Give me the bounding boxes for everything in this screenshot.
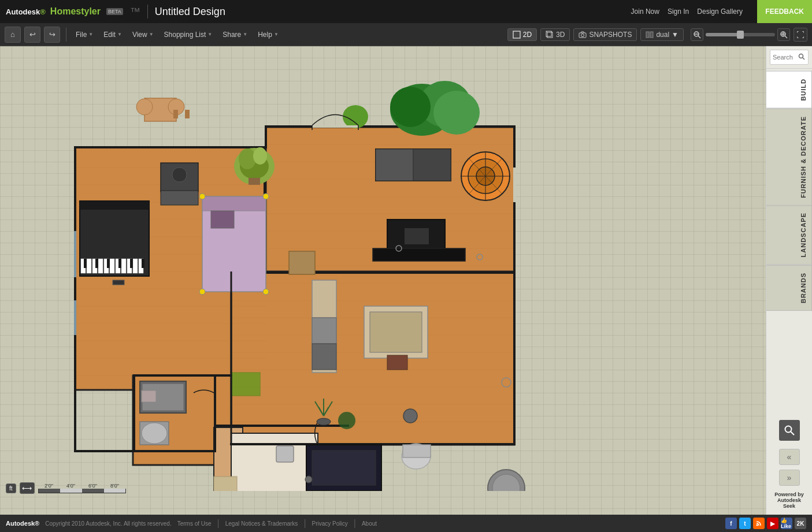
share-menu[interactable]: Share ▼ [219,28,251,41]
sign-in-link[interactable]: Sign In [668,8,689,16]
svg-rect-95 [142,259,144,268]
tab-build[interactable]: BUILD [766,71,812,109]
scale-mark-4: 8'0" [104,483,126,489]
home-button[interactable]: ⌂ [5,27,21,43]
svg-point-103 [253,147,267,165]
zoom-out-button[interactable] [691,28,703,41]
sidebar-bottom-area: « » Powered by Autodesk Seek [766,444,812,515]
svg-point-127 [403,409,417,423]
view-label: View [132,31,147,39]
shopping-list-label: Shopping List [164,31,206,39]
3d-icon [546,31,554,39]
edit-menu[interactable]: Edit ▼ [100,28,125,41]
rss-icon[interactable] [753,518,765,529]
svg-point-171 [785,426,791,433]
social-icons: f t ▶ 👍 Like 2K [725,518,806,529]
svg-rect-150 [231,373,260,396]
design-gallery-link[interactable]: Design Gallery [697,8,743,16]
help-label: Help [258,31,272,39]
svg-rect-54 [74,146,76,452]
svg-point-102 [239,148,256,169]
svg-rect-58 [265,125,267,146]
beta-badge: BETA [106,8,123,15]
top-right-nav: Join Now Sign In Design Gallery [631,0,743,23]
3d-label: 3D [556,31,565,39]
file-label: File [76,31,87,39]
rss-svg [756,520,762,526]
svg-rect-0 [513,31,520,38]
svg-rect-78 [80,201,149,210]
logo-area: Autodesk® Homestyler BETA ™ [6,6,140,18]
svg-rect-84 [110,259,114,273]
autodesk-logo: Autodesk® [6,8,46,16]
svg-rect-163 [312,125,358,128]
autodesk-text: Autodesk [6,8,40,16]
terms-link[interactable]: Terms of Use [177,520,212,527]
svg-rect-122 [312,318,336,344]
collapse-down-button[interactable]: » [779,470,800,486]
zoom-in-button[interactable] [777,28,790,41]
unit-button[interactable]: ft [6,483,16,493]
join-now-link[interactable]: Join Now [631,8,659,16]
redo-button[interactable]: ↪ [44,27,60,43]
svg-rect-56 [214,425,216,452]
sidebar-search-button[interactable] [796,51,807,62]
registered-mark: ® [40,8,46,16]
legal-link[interactable]: Legal Notices & Trademarks [225,520,298,527]
main-content: ft ⟷ 2'0" 4'0" 6'0" 8'0" [0,46,812,515]
scale-mark-1: 2'0" [38,483,60,489]
dual-icon [646,31,654,38]
fullscreen-button[interactable] [794,28,807,42]
svg-rect-168 [513,168,516,202]
measure-button[interactable]: ⟷ [20,482,35,494]
twitter-icon[interactable]: t [739,518,751,529]
svg-rect-94 [130,259,133,268]
privacy-link[interactable]: Privacy Policy [312,520,348,527]
collapse-up-button[interactable]: « [779,449,800,465]
youtube-icon[interactable]: ▶ [767,518,778,529]
about-link[interactable]: About [362,520,377,527]
2d-view-button[interactable]: 2D [507,28,537,41]
svg-rect-96 [113,280,124,285]
zoom-bar [691,28,790,41]
zoom-thumb [737,31,744,39]
design-title[interactable]: Untitled Design [155,6,225,18]
zoom-out-icon [693,31,701,39]
snapshots-button[interactable]: SNAPSHOTS [573,28,637,41]
homestyler-logo: Homestyler [50,6,101,17]
svg-rect-67 [214,374,216,426]
tab-furnish-decorate[interactable]: FURNISH & DECORATE [766,109,812,206]
feedback-button[interactable]: FEEDBACK [757,0,812,23]
view-menu[interactable]: View ▼ [129,28,157,41]
shopping-list-menu[interactable]: Shopping List ▼ [161,28,216,41]
svg-point-156 [305,476,312,483]
zoom-slider[interactable] [706,33,775,36]
tab-landscape[interactable]: LANDSCAPE [766,205,812,265]
svg-point-133 [317,418,331,425]
bottom-bar: Autodesk® Copyright 2010 Autodesk, Inc. … [0,515,812,532]
svg-point-73 [199,194,205,199]
2k-icon[interactable]: 2K [795,518,806,529]
undo-button[interactable]: ↩ [24,27,40,43]
svg-rect-161 [289,251,315,274]
right-sidebar: BUILD FURNISH & DECORATE LANDSCAPE BRAND… [766,46,812,515]
canvas-area[interactable]: ft ⟷ 2'0" 4'0" 6'0" 8'0" [0,46,766,515]
view-toggle-area: 2D 3D SNAPSHOTS dual [507,28,807,42]
svg-rect-71 [202,196,266,211]
facebook-icon[interactable]: f [725,518,737,529]
svg-rect-90 [84,259,87,268]
file-menu[interactable]: File ▼ [72,28,97,41]
help-menu[interactable]: Help ▼ [254,28,282,41]
like-icon[interactable]: 👍 Like [781,518,792,529]
share-label: Share [223,31,241,39]
svg-rect-166 [74,231,76,277]
svg-point-138 [433,91,480,135]
sep2: | [303,518,306,529]
dual-view-button[interactable]: dual ▼ [640,28,684,41]
svg-line-14 [785,36,787,38]
3d-view-button[interactable]: 3D [540,28,570,41]
svg-rect-57 [214,425,349,427]
sidebar-bottom-search-button[interactable] [779,420,800,441]
svg-point-169 [799,54,803,58]
tab-brands[interactable]: BRANDS [766,265,812,311]
